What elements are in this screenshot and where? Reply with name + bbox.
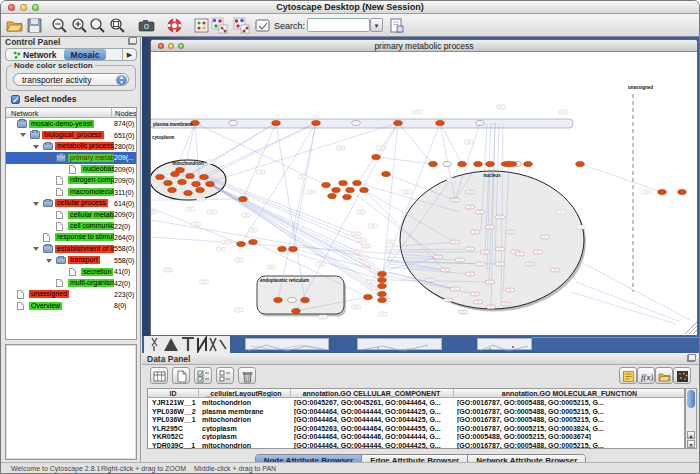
tree-row[interactable]: nucleobase-209(0) xyxy=(6,164,136,175)
tree-row[interactable]: mosaic-demo-yeast874(0) xyxy=(6,118,136,129)
expand-triangle-icon[interactable] xyxy=(33,247,39,251)
nucleus-region[interactable] xyxy=(400,171,584,309)
graph-node[interactable] xyxy=(372,154,381,159)
tree-row-label[interactable]: secretion xyxy=(81,268,113,276)
column-header[interactable]: ID xyxy=(148,390,198,397)
import-attributes-icon[interactable] xyxy=(655,367,673,384)
tree-row-label[interactable]: nucleobase- xyxy=(81,165,114,173)
graph-node[interactable] xyxy=(289,246,298,251)
graph-node[interactable] xyxy=(378,291,387,296)
unselect-attributes-icon[interactable] xyxy=(216,367,234,384)
graph-node-white[interactable] xyxy=(352,121,361,126)
session-note-icon[interactable] xyxy=(388,17,405,34)
graph-node[interactable] xyxy=(249,239,258,244)
graph-node[interactable] xyxy=(164,180,173,185)
graph-node[interactable] xyxy=(168,187,177,192)
graph-node[interactable] xyxy=(178,179,187,184)
expand-triangle-icon[interactable] xyxy=(20,133,26,137)
minimized-view-1[interactable] xyxy=(245,338,329,350)
data-panel-float-icon[interactable] xyxy=(687,355,695,362)
graph-node-white[interactable] xyxy=(288,298,297,303)
annotation-icon[interactable] xyxy=(254,17,271,34)
tree-row[interactable]: primary metabo209(... xyxy=(6,152,136,163)
tree-row-label[interactable]: Overview xyxy=(29,302,62,310)
tree-row[interactable]: nitrogen compo209(0) xyxy=(6,175,136,186)
table-row[interactable]: YJR121W__1mitochondrion[GO:0045267, GO:0… xyxy=(148,398,684,407)
help-lifesaver-icon[interactable] xyxy=(166,17,183,34)
graph-node[interactable] xyxy=(322,182,331,187)
column-header[interactable]: annotation.GO CELLULAR_COMPONENT xyxy=(290,390,453,397)
new-attribute-icon[interactable] xyxy=(172,367,190,384)
graph-node[interactable] xyxy=(436,120,445,125)
tree-row-label[interactable]: macromolecule xyxy=(68,188,114,196)
birdseye-view[interactable] xyxy=(5,344,137,460)
tree-row-label[interactable]: biological_process xyxy=(42,131,104,139)
snapshot-icon[interactable] xyxy=(138,17,155,34)
tree-row[interactable]: transport558(0) xyxy=(6,255,136,266)
graph-node[interactable] xyxy=(332,187,341,192)
graph-node[interactable] xyxy=(346,187,355,192)
tree-row[interactable]: metabolic process280(0) xyxy=(6,141,136,152)
minimized-view-2[interactable] xyxy=(357,338,442,350)
scrollbar-thumb[interactable] xyxy=(687,390,695,408)
tree-row[interactable]: unassigned223(0) xyxy=(6,289,136,300)
minimized-view-3[interactable] xyxy=(477,338,532,350)
tree-row[interactable]: establishment of lo558(0) xyxy=(6,243,136,254)
matrix-icon[interactable] xyxy=(673,367,691,384)
graph-node[interactable] xyxy=(576,161,585,166)
network-grid-icon[interactable] xyxy=(193,17,210,34)
tree-row[interactable]: cellular metabo209(0) xyxy=(6,209,136,220)
graph-node[interactable] xyxy=(196,187,205,192)
table-row[interactable]: YKR052Ccytoplasm[GO:0044464, GO:0044446,… xyxy=(148,432,684,441)
float-panel-icon[interactable] xyxy=(128,38,136,45)
graph-node[interactable] xyxy=(429,161,438,166)
graph-node[interactable] xyxy=(524,161,533,166)
tree-row-label[interactable]: multi-organism pro xyxy=(68,279,114,287)
select-attributes-icon[interactable] xyxy=(194,367,212,384)
delete-attribute-icon[interactable] xyxy=(238,367,256,384)
table-row[interactable]: YLR295Ccytoplasm[GO:0045263, GO:0044464,… xyxy=(148,424,684,433)
graph-node[interactable] xyxy=(239,196,248,201)
note-icon[interactable] xyxy=(619,367,637,384)
tree-row[interactable]: biological_process651(0) xyxy=(6,129,136,140)
graph-node[interactable] xyxy=(353,180,362,185)
search-dropdown-button[interactable]: ▼ xyxy=(370,18,383,32)
tab-network[interactable]: Network xyxy=(6,49,64,60)
tree-row[interactable]: response to stimulu264(0) xyxy=(6,232,136,243)
color-attribute-dropdown[interactable]: transporter activity▲▼ xyxy=(13,73,129,86)
column-header[interactable]: annotation.GO MOLECULAR_FUNCTION xyxy=(453,390,686,397)
graph-node[interactable] xyxy=(237,241,246,246)
graph-node[interactable] xyxy=(458,161,467,166)
save-icon[interactable] xyxy=(26,17,43,34)
graph-node[interactable] xyxy=(364,294,373,299)
table-scrollbar[interactable]: ▲ ▼ xyxy=(685,388,697,449)
graph-node[interactable] xyxy=(292,308,301,313)
expand-triangle-icon[interactable] xyxy=(33,202,39,206)
tab-overflow-arrow[interactable]: ▶ xyxy=(122,49,136,60)
zoom-selected-icon[interactable] xyxy=(89,17,106,34)
graph-node[interactable] xyxy=(272,120,281,125)
tree-row-label[interactable]: response to stimulu xyxy=(55,233,114,241)
graph-node[interactable] xyxy=(378,297,387,302)
graph-node[interactable] xyxy=(192,181,201,186)
graph-node[interactable] xyxy=(382,171,391,176)
zoom-in-icon[interactable] xyxy=(71,17,88,34)
graph-node[interactable] xyxy=(378,271,387,276)
tree-row-label[interactable]: cellular metabo xyxy=(68,211,114,219)
expand-triangle-icon[interactable] xyxy=(33,145,39,149)
graph-node[interactable] xyxy=(339,180,348,185)
scroll-up-button[interactable]: ▲ xyxy=(687,431,695,439)
column-header[interactable]: _cellularLayoutRegion xyxy=(198,390,290,397)
graph-node[interactable] xyxy=(200,174,209,179)
graph-node[interactable] xyxy=(312,120,321,125)
tree-row-label[interactable]: transport xyxy=(68,256,100,264)
zoom-out-icon[interactable] xyxy=(51,17,68,34)
table-row[interactable]: YPL036W__2plasma membrane[GO:0044464, GO… xyxy=(148,407,684,416)
graph-node[interactable] xyxy=(184,190,193,195)
graph-node[interactable] xyxy=(278,246,287,251)
graph-node[interactable] xyxy=(474,161,483,166)
network-view-titlebar[interactable]: primary metabolic process xyxy=(151,40,697,52)
graph-node[interactable] xyxy=(378,277,387,282)
scroll-down-button[interactable]: ▼ xyxy=(687,440,695,448)
tree-row-label[interactable]: mosaic-demo-yeast xyxy=(29,120,94,128)
